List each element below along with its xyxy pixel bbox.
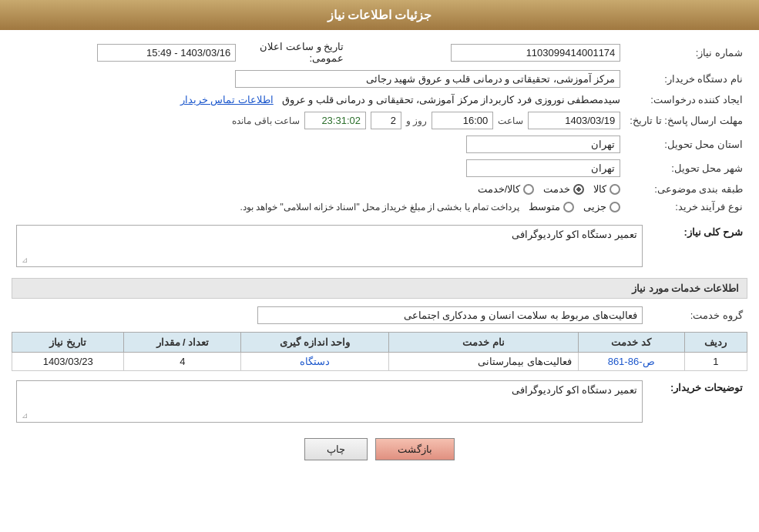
buyer-notes-content: تعمیر دستگاه اکو کاردیوگرافی [512,384,637,396]
creator-label: ایجاد کننده درخواست: [625,91,747,109]
province-input: تهران [466,136,620,153]
col-header-name: نام خدمت [389,333,579,353]
deadline-days: 2 [371,112,401,129]
col-header-index: ردیف [684,333,747,353]
process-label-motavasset: متوسط [529,201,560,212]
row-process-type: نوع فرآیند خرید: جزیی متوسط [12,198,747,216]
service-group-label: گروه خدمت: [647,303,747,327]
need-desc-label: شرح کلی نیاز: [647,222,747,270]
row-need-desc: شرح کلی نیاز: تعمیر دستگاه اکو کاردیوگرا… [12,222,747,270]
category-label: طبقه بندی موضوعی: [625,180,747,198]
content-area: شماره نیاز: 1103099414001174 تاریخ و ساع… [0,30,759,480]
process-radio-motavasset[interactable] [563,202,574,212]
province-label: استان محل تحویل: [625,132,747,156]
process-label-jozi: جزیی [583,201,606,212]
services-section-title: اطلاعات خدمات مورد نیاز [12,278,747,299]
need-number-label: شماره نیاز: [625,38,747,67]
deadline-date: 1403/03/19 [528,112,620,129]
process-row: جزیی متوسط پرداخت تمام یا بخشی از مبلغ خ… [16,201,620,212]
col-header-quantity: تعداد / مقدار [124,333,241,353]
buttons-row: بازگشت چاپ [12,438,747,460]
need-number-input: 1103099414001174 [451,44,620,62]
need-desc-label-text: شرح کلی نیاز: [683,226,743,238]
service-group-input: فعالیت‌های مربوط به سلامت انسان و مددکار… [257,306,643,324]
row-province: استان محل تحویل: تهران [12,132,747,156]
creator-text: سیدمصطفی نوروزی فرد کاربرداز مرکز آموزشی… [282,94,621,105]
process-option-motavasset: متوسط [529,201,574,212]
cell-code: ص-86-861 [578,353,684,371]
buyer-notes-label-text: توضیحات خریدار: [670,382,743,393]
date-input: 1403/03/16 - 15:49 [97,44,236,62]
buyer-org-label: نام دستگاه خریدار: [625,67,747,91]
buyer-org-value: مرکز آموزشی، تحقیقاتی و درمانی قلب و عرو… [12,67,625,91]
deadline-row: 1403/03/19 ساعت 16:00 روز و 2 23:31:02 س… [16,112,620,129]
process-type-label: نوع فرآیند خرید: [625,198,747,216]
resize-icon-2: ⊿ [18,411,28,420]
need-description-table: شرح کلی نیاز: تعمیر دستگاه اکو کاردیوگرا… [12,222,747,270]
buyer-notes-textarea: تعمیر دستگاه اکو کاردیوگرافی ⊿ [16,380,643,423]
date-label: تاریخ و ساعت اعلان عمومی: [240,38,348,67]
deadline-label: مهلت ارسال پاسخ: تا تاریخ: [625,109,747,132]
category-value: کالا خدمت کالا/خدمت [12,180,625,198]
buyer-notes-table: توضیحات خریدار: تعمیر دستگاه اکو کاردیوگ… [12,377,747,426]
buyer-notes-value: تعمیر دستگاه اکو کاردیوگرافی ⊿ [12,377,647,426]
province-value: تهران [12,132,625,156]
need-number-value: 1103099414001174 [348,38,625,67]
need-desc-value: تعمیر دستگاه اکو کاردیوگرافی ⊿ [12,222,647,270]
city-input: تهران [466,159,620,177]
service-group-table: گروه خدمت: فعالیت‌های مربوط به سلامت انس… [12,303,747,327]
row-buyer-org: نام دستگاه خریدار: مرکز آموزشی، تحقیقاتی… [12,67,747,91]
process-option-jozi: جزیی [583,201,620,212]
category-radio-kala[interactable] [610,184,620,195]
col-header-date: تاریخ نیاز [12,333,124,353]
service-group-value: فعالیت‌های مربوط به سلامت انسان و مددکار… [12,303,647,327]
creator-value: سیدمصطفی نوروزی فرد کاربرداز مرکز آموزشی… [12,91,625,109]
col-header-code: کد خدمت [578,333,684,353]
city-label: شهر محل تحویل: [625,156,747,180]
row-deadline: مهلت ارسال پاسخ: تا تاریخ: 1403/03/19 سا… [12,109,747,132]
buyer-org-input: مرکز آموزشی، تحقیقاتی و درمانی قلب و عرو… [235,70,620,88]
cell-name: فعالیت‌های بیمارستانی [389,353,579,371]
creator-link[interactable]: اطلاعات تماس خریدار [180,94,274,105]
cell-quantity: 4 [124,353,241,371]
category-option-khedmat: خدمت [543,183,584,195]
services-table: ردیف کد خدمت نام خدمت واحد اندازه گیری ت… [12,332,747,371]
process-radio-jozi[interactable] [610,202,620,212]
category-label-kala-khedmat: کالا/خدمت [478,183,521,195]
cell-unit: دستگاه [241,353,389,371]
category-label-kala: کالا [593,183,606,195]
deadline-remaining: 23:31:02 [304,112,366,129]
resize-icon: ⊿ [18,256,28,265]
row-city: شهر محل تحویل: تهران [12,156,747,180]
category-option-kala-khedmat: کالا/خدمت [478,183,535,195]
category-radio-khedmat[interactable] [573,184,584,195]
category-option-kala: کالا [593,183,620,195]
row-need-number: شماره نیاز: 1103099414001174 تاریخ و ساع… [12,38,747,67]
row-buyer-notes: توضیحات خریدار: تعمیر دستگاه اکو کاردیوگ… [12,377,747,426]
process-notice: پرداخت تمام یا بخشی از مبلغ خریداز محل "… [240,202,519,212]
cell-index: 1 [684,353,747,371]
category-radio-kala-khedmat[interactable] [523,184,534,195]
category-radio-group: کالا خدمت کالا/خدمت [16,183,620,195]
row-service-group: گروه خدمت: فعالیت‌های مربوط به سلامت انس… [12,303,747,327]
print-button[interactable]: چاپ [304,438,368,460]
page-header: جزئیات اطلاعات نیاز [0,0,759,30]
cell-date: 1403/03/23 [12,353,124,371]
table-row: 1 ص-86-861 فعالیت‌های بیمارستانی دستگاه … [12,353,747,371]
deadline-time-label: ساعت [498,115,523,126]
date-value: 1403/03/16 - 15:49 [12,38,240,67]
buyer-notes-label: توضیحات خریدار: [647,377,747,426]
deadline-value: 1403/03/19 ساعت 16:00 روز و 2 23:31:02 س… [12,109,625,132]
page-title: جزئیات اطلاعات نیاز [327,8,432,22]
city-value: تهران [12,156,625,180]
deadline-time: 16:00 [432,112,493,129]
row-category: طبقه بندی موضوعی: کالا خدمت [12,180,747,198]
back-button[interactable]: بازگشت [375,438,455,460]
services-header-row: ردیف کد خدمت نام خدمت واحد اندازه گیری ت… [12,333,747,353]
deadline-remaining-label: ساعت باقی مانده [232,115,300,126]
process-radio-group: جزیی متوسط [529,201,620,212]
process-type-value: جزیی متوسط پرداخت تمام یا بخشی از مبلغ خ… [12,198,625,216]
col-header-unit: واحد اندازه گیری [241,333,389,353]
need-desc-textarea: تعمیر دستگاه اکو کاردیوگرافی ⊿ [16,225,643,267]
need-desc-content: تعمیر دستگاه اکو کاردیوگرافی [512,229,637,240]
